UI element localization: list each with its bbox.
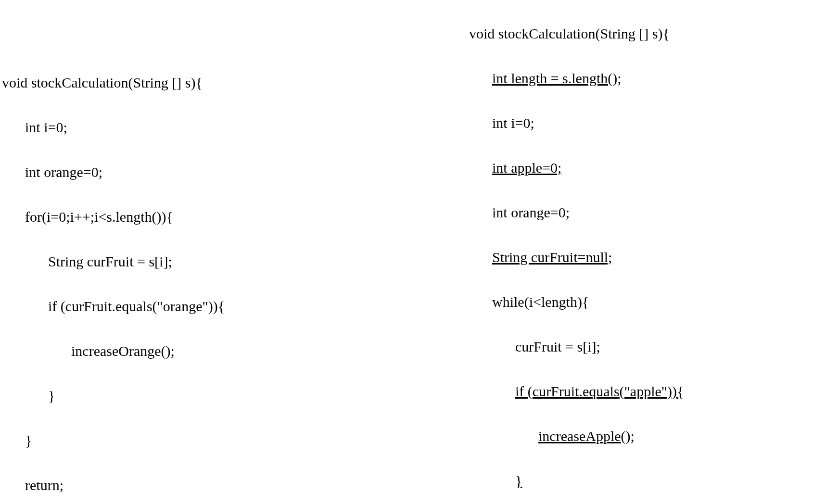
code-line: curFruit = s[i]; [469, 336, 813, 358]
code-line: } [2, 385, 406, 407]
code-line: String curFruit=null; [469, 246, 813, 269]
right-code-block: void stockCalculation(String [] s){ int … [406, 0, 813, 504]
code-line: increaseApple(); [469, 425, 813, 448]
code-line: while(i<length){ [469, 291, 813, 314]
code-line: if (curFruit.equals("apple")){ [469, 380, 813, 403]
code-line: int orange=0; [469, 202, 813, 224]
code-line: return; [2, 474, 406, 497]
code-line: for(i=0;i++;i<s.length()){ [2, 206, 406, 228]
code-line: increaseOrange(); [2, 340, 406, 363]
code-line: int i=0; [469, 112, 813, 135]
code-line: int orange=0; [2, 161, 406, 184]
code-comparison-container: void stockCalculation(String [] s){ int … [0, 0, 813, 504]
code-line: String curFruit = s[i]; [2, 251, 406, 273]
code-line: int apple=0; [469, 157, 813, 179]
code-line: } [469, 470, 813, 492]
code-line: } [2, 429, 406, 452]
code-line: void stockCalculation(String [] s){ [469, 23, 813, 45]
code-line: if (curFruit.equals("orange")){ [2, 295, 406, 318]
code-line: int i=0; [2, 116, 406, 139]
left-code-block: void stockCalculation(String [] s){ int … [0, 0, 406, 504]
code-line: void stockCalculation(String [] s){ [2, 72, 406, 94]
code-line: int length = s.length(); [469, 67, 813, 90]
